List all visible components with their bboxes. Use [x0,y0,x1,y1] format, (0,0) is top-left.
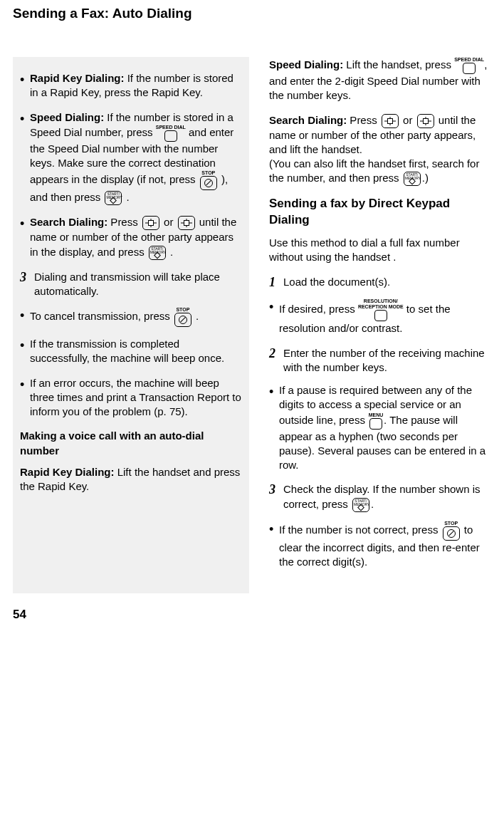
step-number: 3 [269,482,283,511]
step-3: 3 Dialing and transmission will take pla… [20,270,242,299]
start-memory-key-icon: START/MEMORY [105,191,122,205]
bullet-search-dial: • Search Dialing: Press or until the nam… [20,215,242,259]
speed-dial-key-icon: SPEED DIAL [156,125,186,142]
bullet-success: • If the transmission is completed succe… [20,337,242,366]
right-search-dial-label: Search Dialing: [269,114,347,126]
voice-rapid-block: Rapid Key Dialing: Lift the handset and … [20,465,242,494]
nav-key-icon [142,216,159,230]
page-title: Sending a Fax: Auto Dialing [13,6,491,21]
left-column: • Rapid Key Dialing: If the number is st… [13,57,249,593]
stop-key-icon: STOP [441,521,461,541]
right-column: Speed Dialing: Lift the handset, press S… [269,57,491,593]
speed-dial-label: Speed Dialing: [30,111,104,123]
right-speed-dial-text1: Lift the handset, press [343,58,454,71]
step-3-right: 3 Check the display. If the number shown… [269,482,491,511]
step-2-text: Enter the number of the receiving machin… [283,346,491,375]
bullet-icon: • [20,215,30,259]
stop-key-icon: STOP [199,170,219,190]
nav-key-icon [417,114,434,128]
rapid-key-label: Rapid Key Dialing: [30,72,125,84]
bullet-speed-dial: • Speed Dialing: If the number is stored… [20,110,242,206]
step3r-text2: . [371,498,374,510]
resolution-key-icon: RESOLUTION/RECEPTION MODE [358,298,404,321]
res-text1: If desired, press [279,303,358,315]
start-memory-key-icon: START/MEMORY [404,172,421,186]
right-speed-dial-label: Speed Dialing: [269,58,343,71]
step-2: 2 Enter the number of the receiving mach… [269,346,491,375]
bullet-cancel: • To cancel transmission, press STOP . [20,307,242,327]
right-search-dial: Search Dialing: Press or until the name … [269,113,491,187]
right-search-dial-text4: (You can also lift the handset first, se… [269,157,479,184]
step-number: 3 [20,270,34,299]
bullet-wrong-number: • If the number is not correct, press ST… [269,521,491,570]
direct-dial-heading: Sending a fax by Direct Keypad Dialing [269,196,491,229]
step-number: 2 [269,346,283,375]
nav-key-icon [382,114,399,128]
step3r-text1: Check the display. If the number shown i… [283,483,481,509]
nav-key-icon [178,216,195,230]
stop-key-icon: STOP [173,307,193,327]
bullet-icon: • [20,376,30,420]
bullet-icon: • [20,307,30,327]
right-search-dial-text1: Press [347,114,380,126]
menu-key-icon: MENU [368,412,384,430]
bullet-icon: • [269,298,279,335]
search-dial-text4: . [170,246,173,258]
direct-dial-intro: Use this method to dial a full fax numbe… [269,236,491,265]
speed-dial-key-icon: SPEED DIAL [454,57,484,74]
right-search-dial-text5: .) [422,172,429,184]
bullet-rapid-key: • Rapid Key Dialing: If the number is st… [20,71,242,100]
bullet-resolution: • If desired, press RESOLUTION/RECEPTION… [269,298,491,335]
right-speed-dial: Speed Dialing: Lift the handset, press S… [269,57,491,103]
voice-rapid-label: Rapid Key Dialing: [20,466,115,478]
success-text: If the transmission is completed success… [30,337,242,366]
cancel-text1: To cancel transmission, press [30,310,173,322]
speed-dial-text4: . [127,191,130,203]
step-number: 1 [269,275,283,291]
search-dial-label: Search Dialing: [30,216,107,228]
bullet-icon: • [269,521,279,570]
page-number: 54 [13,608,491,622]
search-dial-text2: or [164,216,177,228]
step-1-text: Load the document(s). [283,275,491,291]
bullet-icon: • [269,383,279,472]
error-text: If an error occurs, the machine will bee… [30,376,242,420]
bullet-icon: • [20,71,30,100]
right-search-dial-text2: or [403,114,416,126]
bullet-icon: • [20,337,30,366]
search-dial-text1: Press [107,216,141,228]
step-1: 1 Load the document(s). [269,275,491,291]
cancel-text2: . [196,310,199,322]
bullet-icon: • [20,110,30,206]
start-memory-key-icon: START/MEMORY [149,246,166,260]
bullet-pause: • If a pause is required between any of … [269,383,491,472]
voice-call-heading: Making a voice call with an auto-dial nu… [20,429,242,458]
step-3-text: Dialing and transmission will take place… [34,270,242,299]
bullet-error: • If an error occurs, the machine will b… [20,376,242,420]
start-memory-key-icon: START/MEMORY [352,498,369,512]
wrong-text1: If the number is not correct, press [279,524,441,536]
